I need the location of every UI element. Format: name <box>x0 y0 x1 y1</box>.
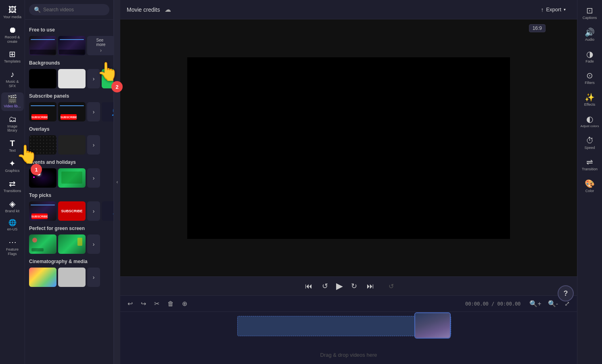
skip-forward-button[interactable]: ⏭ <box>365 280 376 292</box>
chevron-right-icon: › <box>93 75 95 82</box>
right-item-label: Transition <box>582 167 598 172</box>
right-item-captions[interactable]: ⊡ Captions <box>579 3 601 23</box>
right-item-effects[interactable]: ✨ Effects <box>579 90 601 110</box>
add-to-timeline-button[interactable]: ⊕ <box>180 298 190 309</box>
video-canvas: 16:9 <box>120 19 577 276</box>
thumb-sub1[interactable]: SUBSCRIBE <box>29 102 56 121</box>
sidebar-item-label: Templates <box>4 59 21 64</box>
sidebar-item-label: Feature Flags <box>3 247 22 256</box>
thumb-overlay1[interactable] <box>29 135 56 155</box>
top-picks-nav-btn[interactable]: › <box>87 201 100 221</box>
subscribe-nav-btn[interactable]: › <box>87 102 100 121</box>
right-item-adjust-colors[interactable]: ◐ Adjust colors <box>579 112 601 132</box>
speed-icon: ⏱ <box>586 136 594 144</box>
effects-icon: ✨ <box>585 93 595 101</box>
thumb-cine2[interactable] <box>58 268 86 287</box>
sidebar-item-text[interactable]: T Text <box>1 137 24 155</box>
thumb-bg-white[interactable] <box>58 69 86 88</box>
thumb-pick2[interactable]: SUBSCRIBE <box>58 201 86 221</box>
thumb-free2[interactable] <box>58 36 86 55</box>
timeline-clip-thumbnail <box>414 312 451 339</box>
zoom-in-button[interactable]: 🔍+ <box>527 298 543 309</box>
thumb-green2[interactable] <box>58 234 86 254</box>
sidebar-item-label: Graphics <box>5 169 19 173</box>
green-screen-nav-btn[interactable]: › <box>87 234 100 254</box>
right-item-label: Speed <box>584 146 595 150</box>
thumb-cine1[interactable] <box>29 268 56 287</box>
sidebar-item-video-library[interactable]: 🎬 Video lib... <box>1 92 24 111</box>
events-nav-btn[interactable]: › <box>87 168 100 188</box>
adjust-colors-icon: ◐ <box>586 115 593 123</box>
project-title: Movie credits <box>127 6 160 13</box>
thumb-event2[interactable] <box>58 168 86 188</box>
chevron-right-icon: › <box>93 175 95 181</box>
right-item-transition[interactable]: ⇌ Transition <box>579 155 601 175</box>
sidebar-item-your-media[interactable]: 🖼 Your media <box>1 3 24 22</box>
right-item-audio[interactable]: 🔊 Audio <box>579 25 601 45</box>
thumb-sub3[interactable]: 👤 <box>102 102 113 121</box>
right-item-color[interactable]: 🎨 Color <box>579 176 601 197</box>
section-title-overlays: Overlays <box>29 126 109 132</box>
chevron-right-icon: › <box>93 274 95 280</box>
play-button[interactable]: ▶ <box>336 281 343 291</box>
sidebar-item-record-create[interactable]: ⏺ Record & create <box>1 23 24 46</box>
sidebar-item-label: en-US <box>7 227 18 232</box>
section-title-top-picks: Top picks <box>29 192 109 198</box>
right-item-filters[interactable]: ⊙ Filters <box>579 68 601 88</box>
thumb-sub2[interactable]: SUBSCRIBE <box>58 102 86 121</box>
help-button[interactable]: ? <box>558 285 574 301</box>
filters-icon: ⊙ <box>586 71 593 79</box>
video-library-icon: 🎬 <box>7 95 17 103</box>
cinematography-nav-btn[interactable]: › <box>87 268 100 287</box>
main-area: Movie credits ☁ ↑ Export ▾ 16:9 ⏮ ↺ ▶ ↻ … <box>120 0 577 364</box>
undo-button[interactable]: ↩ <box>125 298 135 309</box>
thumb-pick3[interactable]: 👤 <box>102 201 113 221</box>
redo-button[interactable]: ↪ <box>138 298 148 309</box>
see-more-button[interactable]: Seemore › <box>87 36 113 55</box>
thumb-bg-green[interactable] <box>102 69 113 88</box>
zoom-out-button[interactable]: 🔍- <box>546 298 560 309</box>
delete-button[interactable]: 🗑 <box>165 299 176 309</box>
search-input[interactable] <box>43 7 105 13</box>
sidebar-item-en-us[interactable]: 🌐 en-US <box>1 217 24 234</box>
rewind-button[interactable]: ↺ <box>320 280 330 292</box>
backgrounds-nav-btn[interactable]: › <box>87 69 100 88</box>
right-item-label: Adjust colors <box>581 124 599 128</box>
sidebar-item-music-sfx[interactable]: ♪ Music & SFX <box>1 68 24 91</box>
thumb-green1[interactable] <box>29 234 56 254</box>
drag-drop-label: Drag & drop videos here <box>320 352 377 358</box>
export-label: Export <box>546 6 561 13</box>
sidebar-item-image-library[interactable]: 🗂 Image library <box>1 113 24 136</box>
section-row-cinematography: › <box>29 268 109 287</box>
timeline-clip[interactable] <box>237 316 451 336</box>
sidebar-item-transitions[interactable]: ⇄ Transitions <box>1 177 24 196</box>
section-title-subscribe-panels: Subscribe panels <box>29 93 109 99</box>
thumb-bg-black[interactable] <box>29 69 56 88</box>
see-more-arrow-icon: › <box>100 48 102 53</box>
graphics-icon: ✦ <box>9 159 16 167</box>
sidebar-item-feature-flags[interactable]: ⋯ Feature Flags <box>1 236 24 259</box>
templates-icon: ⊞ <box>9 50 16 58</box>
help-icon: ? <box>564 289 568 298</box>
cut-button[interactable]: ✂ <box>152 298 162 309</box>
video-preview <box>187 57 510 239</box>
thumb-event1[interactable] <box>29 168 56 188</box>
sidebar-item-templates[interactable]: ⊞ Templates <box>1 48 24 66</box>
export-button[interactable]: ↑ Export ▾ <box>536 4 571 15</box>
panel-collapse-btn[interactable]: ‹ <box>114 0 120 364</box>
sidebar-item-graphics[interactable]: ✦ Graphics <box>1 157 24 176</box>
overlays-nav-btn[interactable]: › <box>87 135 100 155</box>
right-item-speed[interactable]: ⏱ Speed <box>579 133 601 153</box>
right-item-label: Filters <box>585 81 595 85</box>
reload-icon: ↺ <box>389 282 394 290</box>
thumb-free1[interactable] <box>29 36 56 55</box>
thumb-pick1[interactable]: SUBSCRIBE <box>29 201 56 221</box>
skip-back-button[interactable]: ⏮ <box>303 280 314 292</box>
fade-icon: ◑ <box>586 50 593 58</box>
language-icon: 🌐 <box>8 220 17 226</box>
thumb-overlay2[interactable] <box>58 135 86 155</box>
fast-forward-button[interactable]: ↻ <box>349 280 359 292</box>
sidebar-item-brand-kit[interactable]: ◈ Brand kit <box>1 197 24 216</box>
top-bar: Movie credits ☁ ↑ Export ▾ <box>120 0 577 19</box>
right-item-fade[interactable]: ◑ Fade <box>579 47 601 67</box>
